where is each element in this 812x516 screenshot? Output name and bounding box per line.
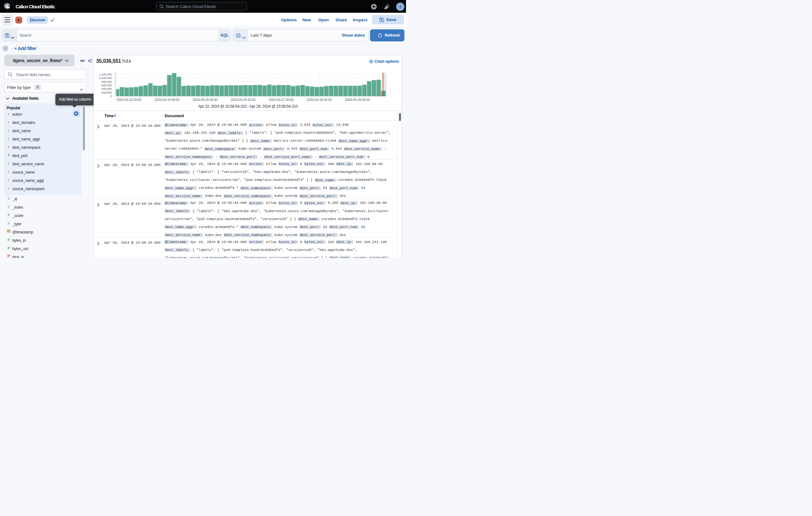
svg-text:2024-04-28 00:00: 2024-04-28 00:00 <box>307 98 332 102</box>
svg-text:800,000: 800,000 <box>102 80 112 83</box>
svg-text:2024-04-29 00:00: 2024-04-29 00:00 <box>345 98 370 102</box>
svg-text:2024-04-24 00:00: 2024-04-24 00:00 <box>155 98 180 102</box>
svg-text:2024-04-25 00:00: 2024-04-25 00:00 <box>193 98 218 102</box>
svg-text:1,000,000: 1,000,000 <box>99 76 112 80</box>
svg-text:400,000: 400,000 <box>102 87 112 90</box>
svg-text:0: 0 <box>110 94 112 98</box>
svg-text:600,000: 600,000 <box>102 83 112 87</box>
svg-text:1,200,000: 1,200,000 <box>99 73 112 76</box>
svg-text:2024-04-23 00:00: 2024-04-23 00:00 <box>116 98 142 102</box>
svg-text:2024-04-26 00:00: 2024-04-26 00:00 <box>231 98 256 102</box>
svg-text:2024-04-27 00:00: 2024-04-27 00:00 <box>269 98 294 102</box>
svg-text:200,000: 200,000 <box>102 91 112 94</box>
